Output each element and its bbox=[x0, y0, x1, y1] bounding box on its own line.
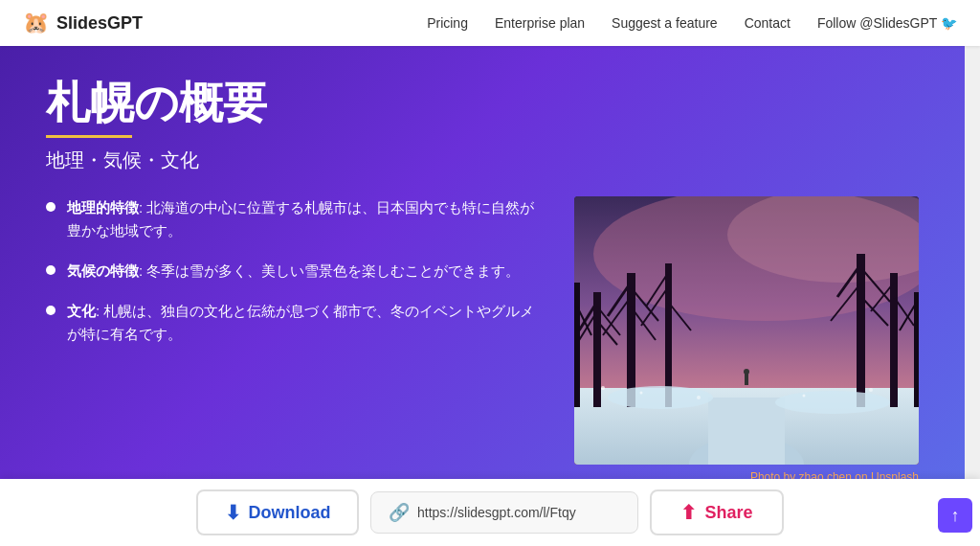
title-underline bbox=[46, 135, 132, 138]
bullet-dot-3 bbox=[46, 306, 56, 315]
svg-rect-16 bbox=[665, 263, 672, 407]
svg-rect-31 bbox=[914, 292, 919, 407]
url-display: 🔗 https://slidesgpt.com/l/Ftqy bbox=[370, 491, 638, 534]
slide-body: 地理的特徴: 北海道の中心に位置する札幌市は、日本国内でも特に自然が豊かな地域で… bbox=[46, 196, 919, 479]
navbar: 🐹 SlidesGPT Pricing Enterprise plan Sugg… bbox=[0, 0, 980, 46]
bullet-body-3: : 札幌は、独自の文化と伝統が息づく都市で、冬のイベントやグルメが特に有名です。 bbox=[67, 303, 534, 342]
slide-content: 札幌の概要 地理・気候・文化 地理的特徴: 北海道の中心に位置する札幌市は、日本… bbox=[0, 46, 965, 479]
svg-rect-28 bbox=[890, 273, 898, 407]
slide-subtitle: 地理・気候・文化 bbox=[46, 148, 919, 173]
nav-links: Pricing Enterprise plan Suggest a featur… bbox=[427, 15, 957, 31]
share-label: Share bbox=[704, 503, 752, 523]
nav-follow[interactable]: Follow @SlidesGPT 🐦 bbox=[817, 15, 957, 31]
bullet-text-2: 気候の特徴: 冬季は雪が多く、美しい雪景色を楽しむことができます。 bbox=[67, 260, 520, 283]
download-label: Download bbox=[249, 503, 331, 523]
nav-contact[interactable]: Contact bbox=[745, 15, 791, 31]
svg-point-41 bbox=[803, 395, 806, 398]
svg-point-39 bbox=[640, 392, 643, 395]
bullet-3: 文化: 札幌は、独自の文化と伝統が息づく都市で、冬のイベントやグルメが特に有名で… bbox=[46, 300, 544, 346]
bullet-bold-3: 文化 bbox=[67, 303, 96, 319]
share-icon: ⬆ bbox=[680, 501, 697, 524]
bullet-text-1: 地理的特徴: 北海道の中心に位置する札幌市は、日本国内でも特に自然が豊かな地域で… bbox=[67, 196, 544, 242]
svg-point-40 bbox=[697, 396, 701, 399]
nav-suggest[interactable]: Suggest a feature bbox=[612, 15, 718, 31]
bullet-dot-1 bbox=[46, 202, 56, 212]
scroll-up-button[interactable]: ↑ bbox=[938, 498, 972, 533]
bullet-bold-1: 地理的特徴 bbox=[67, 199, 139, 216]
bullet-1: 地理的特徴: 北海道の中心に位置する札幌市は、日本国内でも特に自然が豊かな地域で… bbox=[46, 196, 544, 242]
slide-title: 札幌の概要 bbox=[46, 77, 919, 129]
logo[interactable]: 🐹 SlidesGPT bbox=[23, 11, 143, 35]
url-text: https://slidesgpt.com/l/Ftqy bbox=[417, 505, 576, 520]
bullet-body-2: : 冬季は雪が多く、美しい雪景色を楽しむことができます。 bbox=[139, 262, 520, 279]
slide-bullets: 地理的特徴: 北海道の中心に位置する札幌市は、日本国内でも特に自然が豊かな地域で… bbox=[46, 196, 544, 346]
link-icon: 🔗 bbox=[389, 502, 410, 523]
download-button[interactable]: ⬇ Download bbox=[196, 489, 359, 535]
slide-image-wrapper: Photo by zhao chen on Unsplash bbox=[574, 196, 919, 479]
svg-rect-36 bbox=[745, 374, 748, 385]
bullet-2: 気候の特徴: 冬季は雪が多く、美しい雪景色を楽しむことができます。 bbox=[46, 260, 544, 283]
nav-pricing[interactable]: Pricing bbox=[427, 15, 468, 31]
bottom-bar: ⬇ Download 🔗 https://slidesgpt.com/l/Ftq… bbox=[0, 479, 980, 546]
slide-area: 札幌の概要 地理・気候・文化 地理的特徴: 北海道の中心に位置する札幌市は、日本… bbox=[0, 46, 965, 479]
nav-enterprise[interactable]: Enterprise plan bbox=[495, 15, 585, 31]
bullet-text-3: 文化: 札幌は、独自の文化と伝統が息づく都市で、冬のイベントやグルメが特に有名で… bbox=[67, 300, 544, 346]
download-icon: ⬇ bbox=[225, 501, 241, 524]
svg-point-42 bbox=[869, 388, 873, 392]
logo-icon: 🐹 bbox=[23, 11, 49, 35]
slide-image bbox=[574, 196, 919, 465]
svg-rect-5 bbox=[708, 398, 785, 465]
svg-point-37 bbox=[744, 369, 749, 375]
svg-rect-11 bbox=[627, 273, 635, 407]
photo-credit: Photo by zhao chen on Unsplash bbox=[750, 470, 919, 479]
svg-point-38 bbox=[601, 386, 605, 390]
bullet-bold-2: 気候の特徴 bbox=[67, 262, 139, 279]
svg-rect-23 bbox=[857, 254, 865, 407]
svg-point-35 bbox=[775, 391, 890, 414]
share-button[interactable]: ⬆ Share bbox=[650, 489, 784, 535]
bullet-dot-2 bbox=[46, 265, 56, 275]
logo-text: SlidesGPT bbox=[56, 13, 143, 34]
